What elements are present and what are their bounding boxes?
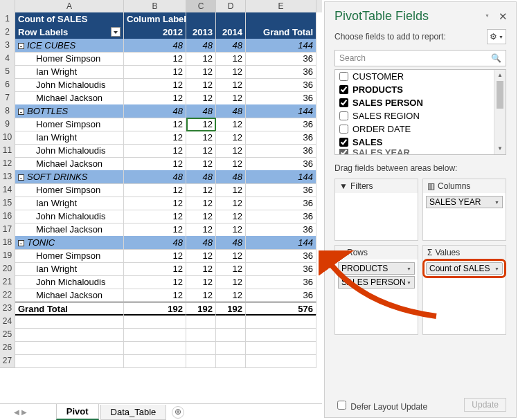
- person-cell[interactable]: Homer Simpson: [15, 118, 124, 131]
- field-checkbox[interactable]: [339, 125, 348, 134]
- cell[interactable]: 576: [246, 302, 316, 316]
- cell[interactable]: 48: [124, 236, 186, 250]
- cell[interactable]: [246, 341, 316, 355]
- row-header[interactable]: 18: [0, 236, 15, 250]
- field-item-products[interactable]: PRODUCTS: [335, 83, 506, 96]
- gear-icon[interactable]: ⚙▼: [487, 29, 506, 44]
- cell[interactable]: 12: [186, 157, 216, 171]
- person-cell[interactable]: Homer Simpson: [15, 52, 124, 66]
- field-checkbox[interactable]: [339, 98, 348, 107]
- cell[interactable]: 12: [216, 131, 246, 145]
- row-header[interactable]: 6: [0, 78, 15, 92]
- cell[interactable]: 12: [124, 131, 186, 145]
- field-item-sales-region[interactable]: SALES REGION: [335, 109, 506, 122]
- cell[interactable]: 12: [124, 289, 186, 302]
- rows-pill-salesperson[interactable]: SALES PERSON▼: [338, 276, 415, 289]
- cell[interactable]: 36: [246, 157, 316, 171]
- cell[interactable]: [216, 341, 246, 355]
- person-cell[interactable]: Ian Wright: [15, 131, 124, 145]
- cell[interactable]: 36: [246, 52, 316, 66]
- cell[interactable]: 12: [186, 78, 216, 92]
- person-cell[interactable]: Michael Jackson: [15, 157, 124, 171]
- group-header[interactable]: -BOTTLES: [15, 104, 124, 118]
- row-header[interactable]: 8: [0, 104, 15, 118]
- cell[interactable]: 12: [124, 183, 186, 197]
- row-header[interactable]: 2: [0, 26, 15, 39]
- person-cell[interactable]: John Michaloudis: [15, 275, 124, 289]
- cell[interactable]: 192: [124, 302, 186, 316]
- group-header[interactable]: -SOFT DRINKS: [15, 170, 124, 184]
- close-icon[interactable]: ✕: [499, 10, 508, 23]
- values-area[interactable]: ΣValues Count of SALES▼: [422, 245, 506, 335]
- field-checkbox[interactable]: [339, 149, 348, 155]
- search-input[interactable]: Search 🔍: [334, 50, 506, 66]
- cell[interactable]: 12: [216, 289, 246, 302]
- column-labels-header[interactable]: Column Labels: [124, 12, 186, 26]
- cell[interactable]: [246, 12, 316, 26]
- rows-area[interactable]: ≡Rows PRODUCTS▼ SALES PERSON▼: [334, 245, 418, 335]
- row-header[interactable]: 3: [0, 39, 15, 53]
- cell[interactable]: 36: [246, 249, 316, 263]
- tab-pivot[interactable]: Pivot: [56, 404, 99, 420]
- cell[interactable]: 12: [186, 183, 216, 197]
- cell[interactable]: [186, 12, 216, 26]
- row-header[interactable]: 20: [0, 262, 15, 276]
- cell[interactable]: 12: [216, 65, 246, 79]
- cell[interactable]: [216, 354, 246, 368]
- cell[interactable]: 12: [186, 210, 216, 223]
- row-header[interactable]: 4: [0, 52, 15, 66]
- selected-cell[interactable]: 12: [186, 118, 216, 131]
- cell[interactable]: 12: [124, 197, 186, 210]
- cell[interactable]: 12: [216, 52, 246, 66]
- cell[interactable]: 12: [216, 118, 246, 131]
- cell[interactable]: 12: [186, 289, 216, 302]
- group-header[interactable]: -TONIC: [15, 236, 124, 250]
- row-header[interactable]: 10: [0, 131, 15, 145]
- cell[interactable]: 12: [186, 223, 216, 237]
- cell[interactable]: 36: [246, 223, 316, 237]
- cell[interactable]: 48: [124, 104, 186, 118]
- cell[interactable]: 36: [246, 78, 316, 92]
- col-header-b[interactable]: B: [124, 0, 186, 13]
- person-cell[interactable]: Ian Wright: [15, 197, 124, 210]
- field-checkbox[interactable]: [339, 111, 348, 120]
- row-header[interactable]: 27: [0, 354, 15, 368]
- cell[interactable]: 144: [246, 39, 316, 53]
- cell[interactable]: 12: [186, 275, 216, 289]
- col-header-c[interactable]: C: [186, 0, 216, 13]
- row-header[interactable]: 11: [0, 144, 15, 158]
- row-header[interactable]: 16: [0, 210, 15, 223]
- person-cell[interactable]: John Michaloudis: [15, 210, 124, 223]
- row-header[interactable]: 5: [0, 65, 15, 79]
- cell[interactable]: 12: [186, 262, 216, 276]
- cell[interactable]: [186, 315, 216, 329]
- update-button[interactable]: Update: [464, 398, 506, 412]
- columns-pill[interactable]: SALES YEAR▼: [426, 196, 503, 208]
- cell[interactable]: 12: [124, 275, 186, 289]
- row-header[interactable]: 15: [0, 197, 15, 210]
- row-header[interactable]: 12: [0, 157, 15, 171]
- col-header-e[interactable]: E: [246, 0, 316, 13]
- cell[interactable]: 12: [124, 144, 186, 158]
- row-header[interactable]: 26: [0, 341, 15, 355]
- row-header[interactable]: 17: [0, 223, 15, 237]
- cell[interactable]: 192: [216, 302, 246, 316]
- cell[interactable]: 36: [246, 144, 316, 158]
- grand-total-col-header[interactable]: Grand Total: [246, 26, 316, 39]
- cell[interactable]: 12: [216, 249, 246, 263]
- cell[interactable]: 48: [186, 39, 216, 53]
- cell[interactable]: [246, 328, 316, 342]
- cell[interactable]: 12: [216, 197, 246, 210]
- cell[interactable]: [216, 328, 246, 342]
- cell[interactable]: [15, 328, 124, 342]
- row-header[interactable]: 9: [0, 118, 15, 131]
- row-header[interactable]: 22: [0, 289, 15, 302]
- cell[interactable]: [15, 354, 124, 368]
- row-labels-dropdown[interactable]: [111, 27, 120, 37]
- row-header[interactable]: 21: [0, 275, 15, 289]
- row-header[interactable]: 25: [0, 328, 15, 342]
- year-2013-header[interactable]: 2013: [186, 26, 216, 39]
- cell[interactable]: 48: [216, 104, 246, 118]
- year-2012-header[interactable]: 2012: [124, 26, 186, 39]
- columns-area[interactable]: ▥Columns SALES YEAR▼: [422, 179, 506, 241]
